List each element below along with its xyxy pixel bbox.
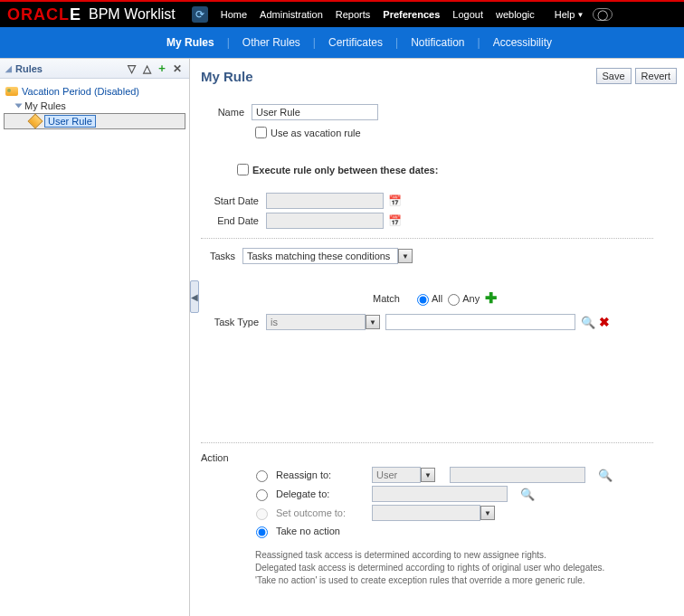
- expand-icon[interactable]: [15, 104, 23, 109]
- revert-button[interactable]: Revert: [635, 68, 677, 84]
- help-text: Reassigned task access is determined acc…: [255, 549, 677, 587]
- action-none-label: Take no action: [276, 526, 340, 536]
- rules-sidebar: ◢ Rules ▽ △ ＋ ✕ Vacation Period (Disable…: [0, 59, 190, 616]
- outcome-select: [372, 505, 480, 521]
- divider: [201, 442, 653, 443]
- start-date-label: Start Date: [201, 195, 266, 206]
- match-any-radio[interactable]: [448, 294, 460, 306]
- nav-logout[interactable]: Logout: [452, 9, 483, 20]
- splitter-handle[interactable]: ◀: [190, 280, 199, 313]
- action-reassign-label: Reassign to:: [276, 469, 366, 480]
- main-area: ◢ Rules ▽ △ ＋ ✕ Vacation Period (Disable…: [0, 58, 684, 616]
- exec-dates-label: Execute rule only between these dates:: [252, 165, 438, 175]
- action-none-radio[interactable]: [256, 526, 268, 538]
- nav-home[interactable]: Home: [221, 9, 247, 20]
- tasks-label: Tasks: [201, 251, 242, 261]
- action-delegate-label: Delegate to:: [276, 488, 366, 499]
- tasks-select[interactable]: [242, 248, 398, 264]
- divider: [201, 238, 653, 239]
- reassign-user-input[interactable]: [450, 467, 585, 483]
- search-icon[interactable]: 🔍: [581, 316, 595, 329]
- tab-accessibility[interactable]: Accessibility: [480, 27, 565, 58]
- nav-reports[interactable]: Reports: [336, 9, 371, 20]
- app-title: BPM Worklist: [89, 6, 176, 23]
- search-icon[interactable]: 🔍: [520, 488, 535, 501]
- match-any-label: Any: [462, 293, 480, 304]
- sort-down-icon[interactable]: ▽: [125, 62, 138, 75]
- nav-user[interactable]: weblogic: [496, 9, 535, 20]
- match-label: Match: [373, 293, 400, 304]
- help-menu[interactable]: Help▼: [555, 9, 584, 20]
- sort-up-icon[interactable]: △: [140, 62, 153, 75]
- rule-editor: My Rule Save Revert Name Use as vacation…: [190, 59, 684, 616]
- tab-certificates[interactable]: Certificates: [316, 27, 395, 58]
- tasktype-value-input[interactable]: [385, 314, 575, 330]
- action-label: Action: [201, 452, 242, 463]
- tab-bar: My Rules | Other Rules | Certificates | …: [0, 27, 684, 58]
- vacation-rule-label: Use as vacation rule: [271, 128, 361, 138]
- calendar-icon[interactable]: 📅: [387, 194, 402, 208]
- tree-vacation-period[interactable]: Vacation Period (Disabled): [4, 84, 185, 99]
- match-all-label: All: [432, 293, 442, 304]
- add-condition-icon[interactable]: ✚: [485, 289, 497, 307]
- rules-tree: Vacation Period (Disabled) My Rules User…: [0, 79, 189, 135]
- chevron-down-icon: ▼: [480, 506, 495, 520]
- nav-administration[interactable]: Administration: [260, 9, 323, 20]
- rules-panel-header: ◢ Rules ▽ △ ＋ ✕: [0, 59, 189, 79]
- oracle-logo: ORACLE: [7, 5, 81, 24]
- collapse-icon[interactable]: ◢: [5, 64, 12, 73]
- action-outcome-label: Set outcome to:: [276, 507, 366, 518]
- top-bar: ORACLE BPM Worklist ⟳ Home Administratio…: [0, 0, 684, 27]
- refresh-icon[interactable]: ⟳: [192, 6, 208, 23]
- vacation-rule-checkbox[interactable]: [255, 127, 267, 138]
- vacation-icon: [5, 87, 18, 96]
- nav-preferences[interactable]: Preferences: [383, 9, 440, 20]
- top-nav: Home Administration Reports Preferences …: [221, 9, 584, 20]
- tasktype-label: Task Type: [201, 317, 266, 327]
- add-rule-icon[interactable]: ＋: [156, 62, 168, 75]
- save-button[interactable]: Save: [596, 68, 632, 84]
- delegate-user-input[interactable]: [372, 486, 508, 502]
- chevron-down-icon[interactable]: ▼: [398, 249, 413, 263]
- context-icon[interactable]: ◯: [593, 8, 613, 21]
- tasktype-op-select[interactable]: [266, 314, 366, 330]
- match-all-radio[interactable]: [417, 294, 429, 306]
- end-date-input[interactable]: [266, 213, 384, 229]
- rule-icon: [28, 114, 43, 129]
- chevron-down-icon[interactable]: ▼: [421, 468, 435, 482]
- exec-dates-checkbox[interactable]: [237, 164, 249, 175]
- remove-condition-icon[interactable]: ✖: [599, 315, 610, 329]
- page-title: My Rule: [201, 69, 596, 84]
- calendar-icon[interactable]: 📅: [387, 213, 402, 228]
- tab-notification[interactable]: Notification: [398, 27, 477, 58]
- tree-user-rule[interactable]: User Rule: [4, 113, 185, 129]
- end-date-label: End Date: [201, 215, 266, 226]
- action-reassign-radio[interactable]: [256, 470, 268, 482]
- delete-rule-icon[interactable]: ✕: [171, 62, 184, 75]
- search-icon[interactable]: 🔍: [598, 469, 613, 482]
- tab-other-rules[interactable]: Other Rules: [230, 27, 313, 58]
- chevron-down-icon[interactable]: ▼: [366, 315, 380, 329]
- reassign-type-select[interactable]: [372, 467, 421, 483]
- start-date-input[interactable]: [266, 193, 384, 209]
- tree-my-rules[interactable]: My Rules: [4, 99, 185, 113]
- name-label: Name: [201, 107, 252, 118]
- rules-panel-title: Rules: [15, 63, 43, 74]
- action-outcome-radio: [256, 508, 268, 520]
- tab-my-rules[interactable]: My Rules: [154, 27, 227, 58]
- rule-name-input[interactable]: [252, 104, 378, 120]
- action-delegate-radio[interactable]: [256, 489, 268, 501]
